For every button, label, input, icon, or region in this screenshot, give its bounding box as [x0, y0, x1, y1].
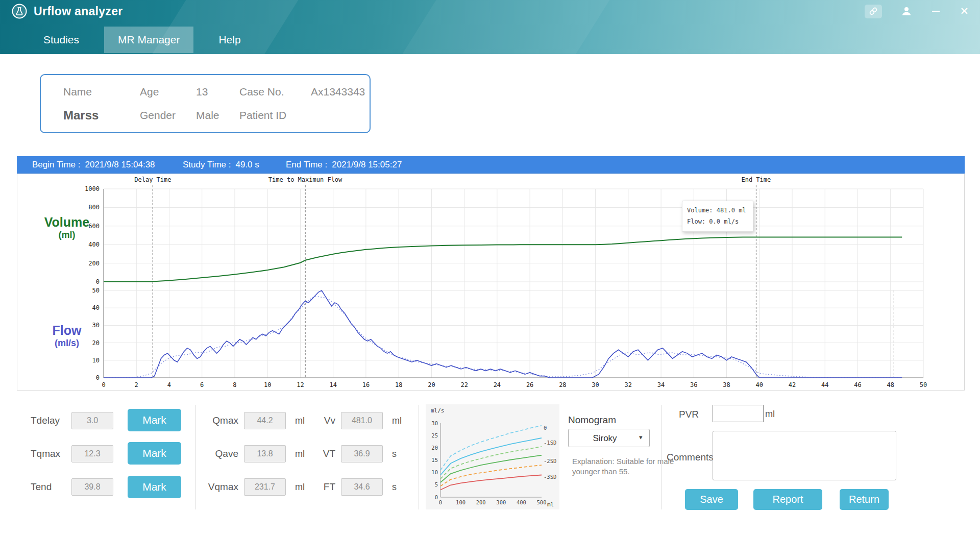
close-button[interactable]: ✕: [960, 6, 969, 16]
svg-text:50: 50: [920, 381, 927, 388]
svg-text:End Time: End Time: [741, 176, 771, 183]
tend-input[interactable]: [71, 478, 113, 496]
svg-text:0: 0: [96, 278, 100, 285]
chart-tooltip: Volume: 481.0 ml Flow: 0.0 ml/s: [682, 201, 753, 232]
end-time-value: 2021/9/8 15:05:27: [332, 160, 402, 170]
nomogram-explanation: Explanation: Suitable for male younger t…: [572, 456, 678, 477]
qmax-input[interactable]: [244, 412, 286, 429]
svg-text:16: 16: [362, 381, 370, 388]
nomogram-chart-canvas: 0510152025300100200300400500ml/sml0-1SD-…: [426, 404, 559, 509]
uroflow-chart-panel: 1000800600400200050403020100024681012141…: [17, 174, 965, 391]
end-time-label: End Time :: [286, 160, 327, 170]
tend-mark-button[interactable]: Mark: [128, 476, 181, 498]
tqmax-input[interactable]: [71, 445, 113, 462]
save-button[interactable]: Save: [685, 489, 738, 510]
user-icon: [900, 5, 913, 17]
vt-unit: s: [392, 449, 397, 459]
menu-item-studies[interactable]: Studies: [30, 27, 93, 53]
vv-unit: ml: [392, 416, 402, 426]
patient-info-card: Name Age 13 Case No. Ax1343343 Marss Gen…: [40, 74, 371, 133]
svg-text:50: 50: [92, 287, 100, 294]
svg-text:Delay Time: Delay Time: [134, 176, 171, 183]
qave-label: Qave: [197, 448, 238, 459]
comments-textarea[interactable]: [713, 431, 896, 480]
svg-text:26: 26: [526, 381, 533, 388]
name-label: Name: [63, 86, 140, 98]
vqmax-label: Vqmax: [197, 481, 238, 493]
pvr-label: PVR: [679, 409, 699, 420]
volume-axis-label: Volume (ml): [34, 215, 100, 240]
minimize-button[interactable]: [931, 6, 941, 16]
title-bar: Urflow analyzer ✕: [0, 0, 980, 22]
svg-text:20: 20: [428, 381, 435, 388]
report-button[interactable]: Report: [753, 489, 822, 510]
svg-text:-2SD: -2SD: [544, 458, 556, 464]
svg-text:0: 0: [439, 499, 442, 505]
study-time-bar: Begin Time : 2021/9/8 15:04:38 Study Tim…: [17, 156, 965, 174]
svg-text:40: 40: [92, 304, 100, 311]
qmax-label: Qmax: [197, 415, 238, 426]
gender-value: Male: [196, 109, 239, 121]
user-account-button[interactable]: [900, 5, 913, 17]
nomogram-select[interactable]: Siroky: [568, 429, 650, 447]
svg-text:30: 30: [431, 420, 438, 426]
svg-text:200: 200: [88, 260, 100, 267]
end-time: End Time : 2021/9/8 15:05:27: [286, 156, 402, 174]
app-title: Urflow analyzer: [34, 5, 123, 18]
svg-text:8: 8: [233, 381, 236, 388]
tooltip-flow: Flow: 0.0 ml/s: [687, 216, 748, 228]
uroflow-chart-canvas: 1000800600400200050403020100024681012141…: [17, 174, 964, 390]
link-button[interactable]: [865, 5, 882, 18]
vv-input[interactable]: [341, 412, 383, 429]
tdelay-mark-button[interactable]: Mark: [128, 409, 181, 431]
svg-text:28: 28: [559, 381, 566, 388]
nomogram-chart: 0510152025300100200300400500ml/sml0-1SD-…: [426, 404, 559, 509]
tdelay-input[interactable]: [71, 412, 113, 429]
svg-text:-1SD: -1SD: [544, 440, 556, 446]
nomogram-label: Nomogram: [568, 415, 616, 426]
qave-input[interactable]: [244, 445, 286, 462]
study-time: Study Time : 49.0 s: [183, 156, 259, 174]
svg-text:22: 22: [460, 381, 468, 388]
nomogram-curve: [440, 447, 542, 479]
vv-label: Vv: [315, 415, 335, 426]
flow-axis-label: Flow (ml/s): [34, 323, 100, 348]
ft-unit: s: [392, 482, 397, 493]
link-icon: [869, 7, 878, 16]
vt-input[interactable]: [341, 445, 383, 462]
svg-text:32: 32: [625, 381, 632, 388]
menu-item-mr-manager[interactable]: MR Manager: [104, 27, 193, 53]
nomogram-curve: [440, 438, 542, 475]
case-no-label: Case No.: [239, 86, 311, 98]
vt-label: VT: [315, 448, 335, 459]
age-label: Age: [140, 86, 196, 98]
tqmax-label: Tqmax: [31, 448, 60, 459]
ft-input[interactable]: [341, 478, 383, 496]
svg-text:400: 400: [88, 241, 100, 248]
tqmax-mark-button[interactable]: Mark: [128, 442, 181, 465]
svg-text:46: 46: [854, 381, 861, 388]
flow-curve: [104, 290, 902, 378]
flow-smoothed-curve: [104, 297, 902, 378]
volume-curve: [104, 237, 902, 282]
svg-text:10: 10: [431, 469, 438, 475]
svg-text:200: 200: [476, 499, 486, 505]
svg-text:42: 42: [789, 381, 796, 388]
vqmax-unit: ml: [295, 482, 305, 493]
svg-text:4: 4: [167, 381, 171, 388]
vqmax-input[interactable]: [244, 478, 286, 496]
svg-text:5: 5: [435, 481, 438, 488]
nomogram-curve: [440, 475, 542, 490]
svg-text:2: 2: [135, 381, 138, 388]
svg-text:15: 15: [431, 457, 438, 463]
pvr-input[interactable]: [713, 405, 764, 422]
begin-time-label: Begin Time :: [32, 160, 81, 170]
svg-text:36: 36: [690, 381, 697, 388]
comments-label: Comments: [667, 452, 714, 463]
qave-unit: ml: [295, 449, 305, 459]
svg-text:0: 0: [102, 381, 105, 388]
menu-item-help[interactable]: Help: [205, 27, 254, 53]
return-button[interactable]: Return: [840, 489, 889, 510]
svg-text:40: 40: [756, 381, 763, 388]
case-no-value: Ax1343343: [311, 86, 365, 98]
